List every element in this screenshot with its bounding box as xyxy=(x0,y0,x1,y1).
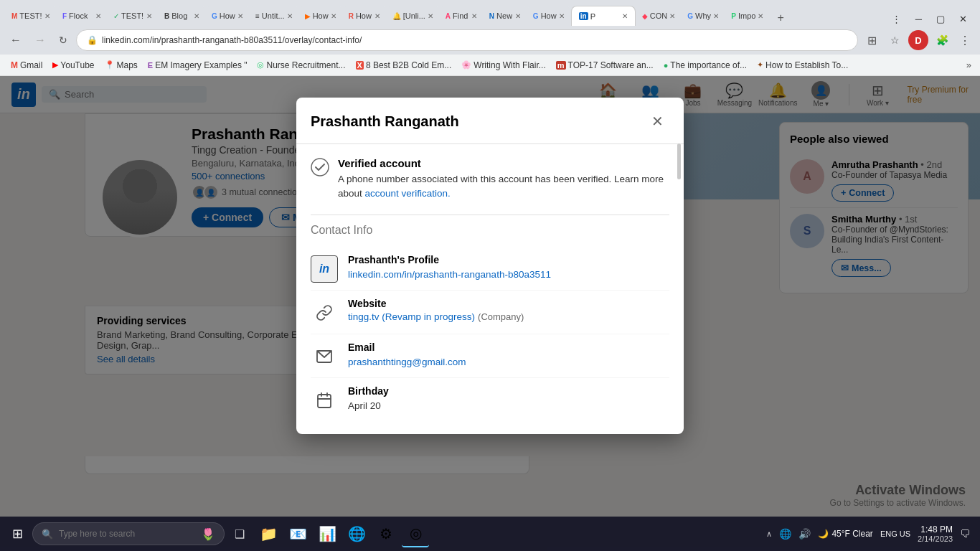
birthday-icon xyxy=(311,387,338,414)
language-display: ENG US xyxy=(880,529,910,538)
profile-url-link[interactable]: linkedin.com/in/prashanth-ranganath-b80a… xyxy=(348,269,551,280)
time-display: 1:48 PM xyxy=(918,524,953,534)
taskbar-app-outlook[interactable]: 📧 xyxy=(284,520,311,547)
bookmark-gmail[interactable]: M Gmail xyxy=(6,59,47,72)
website-label: Website xyxy=(348,298,524,309)
linkedin-profile-icon: in xyxy=(311,255,338,283)
contact-row-website: Website tingg.tv (Revamp in progress) (C… xyxy=(311,291,669,334)
bookmark-youtube[interactable]: ▶ YouTube xyxy=(47,59,99,72)
tab-find[interactable]: A Find ✕ xyxy=(440,6,483,26)
account-verification-link[interactable]: account verification. xyxy=(365,188,451,199)
notifications-icon[interactable]: 🗨 xyxy=(960,528,970,540)
bookmark-importance[interactable]: ● The importance of... xyxy=(659,59,752,72)
close-window-button[interactable]: ✕ xyxy=(952,12,974,26)
bookmark-nurse[interactable]: ◎ Nurse Recruitment... xyxy=(252,59,350,72)
taskbar-search-icon: 🔍 xyxy=(42,529,53,540)
extension-icon[interactable]: 🧩 xyxy=(933,31,951,50)
taskbar-app-chrome[interactable]: ◎ xyxy=(402,520,429,547)
contact-row-profile: in Prashanth's Profile linkedin.com/in/p… xyxy=(311,247,669,291)
reload-button[interactable]: ↻ xyxy=(55,33,72,47)
tab-new[interactable]: N New ✕ xyxy=(484,6,527,26)
website-type: (Company) xyxy=(478,311,524,322)
taskbar-search-input[interactable] xyxy=(59,529,195,539)
bookmark-how-establish[interactable]: ✦ How to Establish To... xyxy=(752,59,853,72)
tab-blog[interactable]: B Blog ✕ xyxy=(159,6,205,26)
bookmarks-bar: M Gmail ▶ YouTube 📍 Maps E EM Imagery Ex… xyxy=(0,55,980,76)
modal-close-button[interactable]: ✕ xyxy=(645,109,669,133)
contact-info-modal: Prashanth Ranganath ✕ xyxy=(296,98,684,434)
maximize-button[interactable]: ▢ xyxy=(929,12,952,26)
bookmark-writing[interactable]: 🌸 Writing With Flair... xyxy=(456,59,550,72)
profile-menu-icon[interactable]: D xyxy=(908,30,928,50)
tab-untit[interactable]: ≡ Untit... ✕ xyxy=(250,6,298,26)
tab-con[interactable]: ◆ CON ✕ xyxy=(636,6,681,26)
taskbar-app-powerpoint[interactable]: 📊 xyxy=(314,520,341,547)
email-value-link[interactable]: prashanthtingg@gmail.com xyxy=(348,357,466,367)
secure-icon: 🔒 xyxy=(87,35,98,45)
start-button[interactable]: ⊞ xyxy=(4,521,30,547)
tab-linkedin-active[interactable]: in P ✕ xyxy=(571,6,636,26)
back-button[interactable]: ← xyxy=(6,32,26,48)
network-icon[interactable]: 🌐 xyxy=(779,528,791,540)
weather-display: 🌙 45°F Clear xyxy=(818,529,873,539)
svg-point-0 xyxy=(311,159,329,176)
url-display: linkedin.com/in/prashanth-ranganath-b80a… xyxy=(102,35,362,45)
bookmarks-more-button[interactable]: » xyxy=(963,58,974,72)
email-icon xyxy=(311,343,338,370)
date-display: 2/14/2023 xyxy=(918,534,953,543)
tab-how4[interactable]: G How ✕ xyxy=(527,6,570,26)
modal-header: Prashanth Ranganath ✕ xyxy=(296,98,684,144)
modal-scrollbar[interactable] xyxy=(677,138,682,434)
contact-info-heading: Contact Info xyxy=(311,215,669,237)
tab-unli[interactable]: 🔔 [Unli... ✕ xyxy=(387,6,439,26)
system-tray-chevron[interactable]: ∧ xyxy=(766,529,772,539)
modal-backdrop: Prashanth Ranganath ✕ xyxy=(0,76,980,517)
tab-bar: M TEST! ✕ F Flock ✕ ✓ TEST! ✕ B Blog ✕ G… xyxy=(0,0,980,26)
address-input[interactable]: 🔒 linkedin.com/in/prashanth-ranganath-b8… xyxy=(76,29,858,51)
website-link-icon xyxy=(311,299,338,326)
tab-flock[interactable]: F Flock ✕ xyxy=(57,6,107,26)
tab-how3[interactable]: R How ✕ xyxy=(343,6,386,26)
minimize-button[interactable]: ─ xyxy=(908,12,929,26)
datetime-display[interactable]: 1:48 PM 2/14/2023 xyxy=(918,524,953,543)
profile-contact-label: Prashanth's Profile xyxy=(348,254,551,265)
bookmark-b2b[interactable]: X 8 Best B2B Cold Em... xyxy=(351,59,457,72)
tab-testli[interactable]: ✓ TEST! ✕ xyxy=(108,6,158,26)
google-apps-icon[interactable]: ⊞ xyxy=(862,31,881,50)
tab-how1[interactable]: G How ✕ xyxy=(206,6,249,26)
forward-button[interactable]: → xyxy=(30,32,50,48)
tab-why[interactable]: G Why ✕ xyxy=(682,6,725,26)
taskbar-app-file-explorer[interactable]: 📁 xyxy=(255,520,282,547)
bookmark-icon[interactable]: ☆ xyxy=(885,31,904,50)
taskbar-tulip-icon: 🌷 xyxy=(201,527,215,541)
scroll-thumb[interactable] xyxy=(677,143,681,179)
website-url-link[interactable]: tingg.tv (Revamp in progress) xyxy=(348,311,475,322)
task-view-button[interactable]: ❑ xyxy=(227,521,253,547)
volume-icon[interactable]: 🔊 xyxy=(798,528,811,540)
taskbar-app-settings[interactable]: ⚙ xyxy=(372,520,400,547)
modal-title: Prashanth Ranganath xyxy=(311,113,459,130)
bookmark-em-imagery[interactable]: E EM Imagery Examples " xyxy=(143,59,253,72)
svg-rect-2 xyxy=(318,395,331,408)
new-tab-button[interactable]: + xyxy=(773,10,788,26)
verified-title: Verified account xyxy=(338,157,669,169)
bookmark-top17[interactable]: m TOP-17 Software an... xyxy=(551,59,659,72)
tab-impo[interactable]: P Impo ✕ xyxy=(725,6,769,26)
tab-how2[interactable]: ▶ How ✕ xyxy=(299,6,342,26)
birthday-label: Birthday xyxy=(348,385,389,397)
tab-gmail[interactable]: M TEST! ✕ xyxy=(6,6,56,26)
tab-overflow-button[interactable]: ⋮ xyxy=(885,12,908,26)
verified-checkmark-icon xyxy=(311,158,329,176)
browser-menu-icon[interactable]: ⋮ xyxy=(956,31,974,50)
taskbar: ⊞ 🔍 🌷 ❑ 📁 📧 📊 🌐 ⚙ ◎ ∧ 🌐 🔊 🌙 45°F Clear xyxy=(0,517,980,551)
birthday-value: April 20 xyxy=(348,400,381,411)
taskbar-app-edge[interactable]: 🌐 xyxy=(343,520,370,547)
taskbar-search-bar[interactable]: 🔍 🌷 xyxy=(32,522,225,545)
verified-description: A phone number associated with this acco… xyxy=(338,172,669,202)
verified-section: Verified account A phone number associat… xyxy=(311,157,669,202)
address-bar: ← → ↻ 🔒 linkedin.com/in/prashanth-rangan… xyxy=(0,26,980,55)
linkedin-page: in 🔍 🏠 Home 👥 My Network 💼 Jobs 💬 Mes xyxy=(0,76,980,517)
modal-body: Verified account A phone number associat… xyxy=(296,144,684,434)
contact-row-email: Email prashanthtingg@gmail.com xyxy=(311,334,669,378)
bookmark-maps[interactable]: 📍 Maps xyxy=(100,59,143,72)
